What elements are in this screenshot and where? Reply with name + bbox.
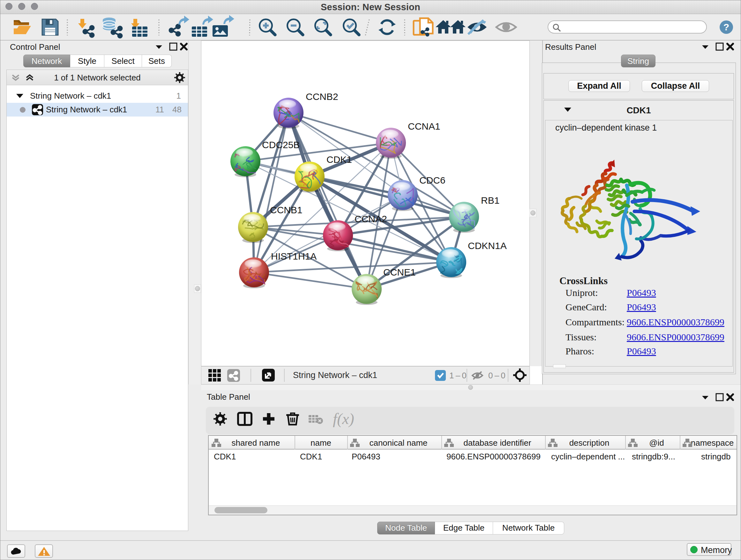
svg-text:CCNB1: CCNB1 bbox=[270, 205, 302, 215]
svg-text:RB1: RB1 bbox=[481, 195, 499, 206]
svg-text:CDKN1A: CDKN1A bbox=[468, 240, 507, 251]
svg-text:CCNA2: CCNA2 bbox=[354, 213, 387, 224]
svg-text:f(x): f(x) bbox=[333, 410, 354, 428]
svg-text:CCNB2: CCNB2 bbox=[306, 91, 338, 102]
svg-text:HIST1H1A: HIST1H1A bbox=[271, 251, 317, 261]
svg-text:CCNE1: CCNE1 bbox=[383, 267, 416, 277]
svg-text:CCNA1: CCNA1 bbox=[408, 121, 441, 132]
svg-text:CDC6: CDC6 bbox=[419, 175, 446, 186]
svg-text:CDK1: CDK1 bbox=[327, 154, 352, 165]
svg-text:CDC25B: CDC25B bbox=[262, 139, 300, 150]
